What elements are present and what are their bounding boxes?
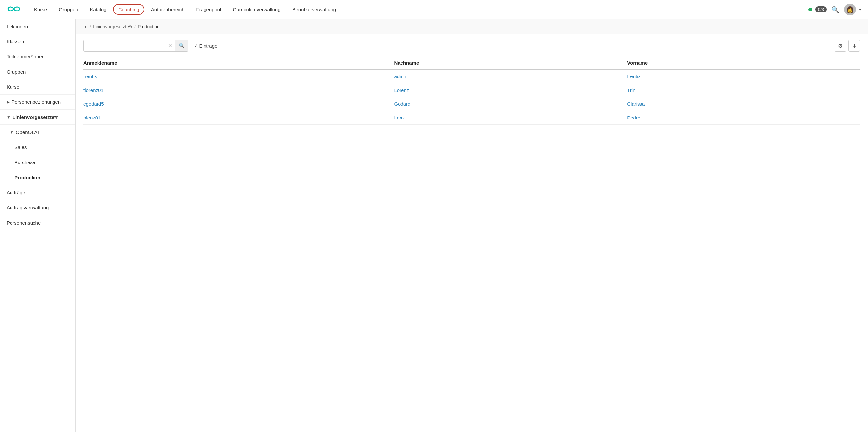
table-row: frentixadminfrentix bbox=[83, 69, 860, 83]
table-row: plenz01LenzPedro bbox=[83, 111, 860, 125]
cell-anmeldename-0[interactable]: frentix bbox=[83, 69, 394, 83]
sidebar-item-personenbeziehungen[interactable]: ▶Personenbeziehungen bbox=[0, 95, 75, 110]
sidebar-item-auftraege[interactable]: Aufträge bbox=[0, 185, 75, 200]
nav-item-autorenbereich[interactable]: Autorenbereich bbox=[146, 4, 190, 15]
breadcrumb-sep1: / bbox=[90, 24, 91, 29]
download-button[interactable]: ⬇ bbox=[848, 40, 860, 52]
sidebar-item-openolat[interactable]: ▼OpenOLAT bbox=[0, 125, 75, 140]
avatar-chevron-icon[interactable]: ▾ bbox=[859, 7, 862, 12]
table-row: tlorenz01LorenzTrini bbox=[83, 83, 860, 97]
table-row: cgodard5GodardClarissa bbox=[83, 97, 860, 111]
table-area: Anmeldename Nachname Vorname frentixadmi… bbox=[75, 57, 868, 125]
sidebar-item-lektionen[interactable]: Lektionen bbox=[0, 19, 75, 34]
sidebar-label-production: Production bbox=[14, 175, 40, 180]
logo[interactable] bbox=[6, 4, 21, 14]
sidebar-label-openolat: OpenOLAT bbox=[16, 129, 40, 135]
cell-nachname-1[interactable]: Lorenz bbox=[394, 83, 627, 97]
sidebar-item-sales[interactable]: Sales bbox=[0, 140, 75, 155]
nav-item-gruppen[interactable]: Gruppen bbox=[54, 4, 83, 15]
main-content: ‹ / Linienvorgesetzte*r / Production ✕ 🔍… bbox=[75, 19, 868, 432]
cell-vorname-1[interactable]: Trini bbox=[627, 83, 860, 97]
arrow-icon-openolat: ▼ bbox=[10, 130, 14, 134]
nav-items: KurseGruppenKatalogCoachingAutorenbereic… bbox=[29, 4, 806, 15]
toolbar-actions: ⚙ ⬇ bbox=[835, 40, 860, 52]
sidebar-label-auftragsverwaltung: Auftragsverwaltung bbox=[6, 205, 49, 210]
sidebar-item-teilnehmer[interactable]: Teilnehmer*innen bbox=[0, 49, 75, 64]
cell-anmeldename-2[interactable]: cgodard5 bbox=[83, 97, 394, 111]
layout: LektionenKlassenTeilnehmer*innenGruppenK… bbox=[0, 19, 868, 432]
sidebar-label-personenbeziehungen: Personenbeziehungen bbox=[11, 99, 61, 105]
table-body: frentixadminfrentixtlorenz01LorenzTrinic… bbox=[83, 69, 860, 125]
avatar[interactable]: 👩 bbox=[844, 4, 856, 16]
col-header-anmeldename: Anmeldename bbox=[83, 57, 394, 69]
search-submit-button[interactable]: 🔍 bbox=[175, 40, 188, 51]
sidebar-item-production[interactable]: Production bbox=[0, 170, 75, 185]
search-clear-button[interactable]: ✕ bbox=[165, 43, 175, 49]
breadcrumb-sep2: / bbox=[134, 24, 135, 29]
cell-nachname-0[interactable]: admin bbox=[394, 69, 627, 83]
sidebar-item-gruppen[interactable]: Gruppen bbox=[0, 64, 75, 80]
breadcrumb: ‹ / Linienvorgesetzte*r / Production bbox=[75, 19, 868, 34]
breadcrumb-parent[interactable]: Linienvorgesetzte*r bbox=[93, 24, 132, 29]
cell-anmeldename-3[interactable]: plenz01 bbox=[83, 111, 394, 125]
sidebar-label-lektionen: Lektionen bbox=[6, 24, 28, 29]
cell-nachname-2[interactable]: Godard bbox=[394, 97, 627, 111]
arrow-icon-personenbeziehungen: ▶ bbox=[6, 100, 9, 104]
breadcrumb-current: Production bbox=[137, 24, 160, 29]
cell-vorname-0[interactable]: frentix bbox=[627, 69, 860, 83]
nav-item-coaching[interactable]: Coaching bbox=[113, 4, 144, 15]
cell-anmeldename-1[interactable]: tlorenz01 bbox=[83, 83, 394, 97]
sidebar-item-linienvorgesetzte[interactable]: ▼Linienvorgesetzte*r bbox=[0, 110, 75, 125]
users-table: Anmeldename Nachname Vorname frentixadmi… bbox=[83, 57, 860, 125]
sidebar-label-sales: Sales bbox=[14, 145, 27, 150]
sidebar-label-klassen: Klassen bbox=[6, 39, 24, 44]
sidebar-item-klassen[interactable]: Klassen bbox=[0, 34, 75, 49]
sidebar-item-personensuche[interactable]: Personensuche bbox=[0, 215, 75, 230]
sidebar-label-auftraege: Aufträge bbox=[6, 190, 25, 195]
sidebar-label-purchase: Purchase bbox=[14, 159, 35, 165]
nav-item-kurse[interactable]: Kurse bbox=[29, 4, 52, 15]
session-badge: 0/3 bbox=[815, 6, 827, 12]
sidebar-item-kurse[interactable]: Kurse bbox=[0, 80, 75, 95]
nav-item-benutzerverwaltung[interactable]: Benutzerverwaltung bbox=[287, 4, 341, 15]
topnav-right: 0/3 🔍 👩 ▾ bbox=[808, 4, 862, 16]
global-search-button[interactable]: 🔍 bbox=[830, 4, 841, 15]
col-header-nachname: Nachname bbox=[394, 57, 627, 69]
sidebar-label-gruppen: Gruppen bbox=[6, 69, 26, 74]
search-box: ✕ 🔍 bbox=[83, 40, 188, 52]
sidebar-item-auftragsverwaltung[interactable]: Auftragsverwaltung bbox=[0, 200, 75, 215]
settings-button[interactable]: ⚙ bbox=[835, 40, 846, 52]
nav-item-katalog[interactable]: Katalog bbox=[85, 4, 112, 15]
cell-nachname-3[interactable]: Lenz bbox=[394, 111, 627, 125]
sidebar-label-linienvorgesetzte: Linienvorgesetzte*r bbox=[12, 114, 58, 120]
entry-count: 4 Einträge bbox=[195, 43, 217, 49]
sidebar: LektionenKlassenTeilnehmer*innenGruppenK… bbox=[0, 19, 75, 432]
sidebar-label-kurse: Kurse bbox=[6, 84, 19, 90]
status-dot bbox=[808, 7, 812, 11]
arrow-icon-linienvorgesetzte: ▼ bbox=[6, 115, 10, 120]
search-input[interactable] bbox=[84, 43, 165, 48]
nav-item-fragenpool[interactable]: Fragenpool bbox=[191, 4, 226, 15]
toolbar: ✕ 🔍 4 Einträge ⚙ ⬇ bbox=[75, 34, 868, 57]
topnav: KurseGruppenKatalogCoachingAutorenbereic… bbox=[0, 0, 868, 19]
breadcrumb-back-button[interactable]: ‹ bbox=[83, 24, 88, 30]
sidebar-item-purchase[interactable]: Purchase bbox=[0, 155, 75, 170]
sidebar-label-personensuche: Personensuche bbox=[6, 220, 41, 225]
sidebar-label-teilnehmer: Teilnehmer*innen bbox=[6, 54, 45, 59]
col-header-vorname: Vorname bbox=[627, 57, 860, 69]
nav-item-curriculumverwaltung[interactable]: Curriculumverwaltung bbox=[227, 4, 286, 15]
cell-vorname-2[interactable]: Clarissa bbox=[627, 97, 860, 111]
cell-vorname-3[interactable]: Pedro bbox=[627, 111, 860, 125]
table-header: Anmeldename Nachname Vorname bbox=[83, 57, 860, 69]
